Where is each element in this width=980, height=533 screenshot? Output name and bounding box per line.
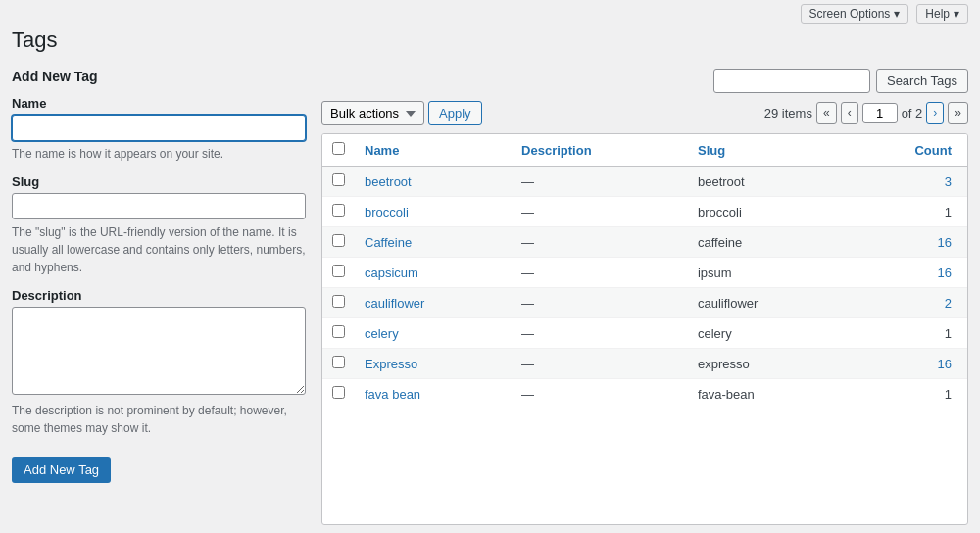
slug-label: Slug [12,174,306,189]
description-label: Description [12,288,306,303]
th-name[interactable]: Name [355,134,512,167]
row-checkbox[interactable] [332,386,345,399]
tag-name-link[interactable]: Expresso [365,357,417,371]
row-checkbox[interactable] [332,204,345,217]
chevron-down-icon: ▾ [954,7,959,21]
tag-description: — [512,349,688,379]
table-row: beetroot—beetroot3 [322,167,967,197]
search-tags-button[interactable]: Search Tags [876,69,968,93]
th-checkbox [322,134,355,167]
name-input[interactable] [12,115,306,141]
screen-options-button[interactable]: Screen Options ▾ [801,4,909,24]
select-all-checkbox[interactable] [332,142,345,155]
table-row: broccoli—broccoli1 [322,197,967,227]
tag-name-link[interactable]: beetroot [365,174,412,189]
items-count: 29 items [764,106,812,121]
description-hint: The description is not prominent by defa… [12,402,306,437]
name-label: Name [12,96,306,111]
tag-name-link[interactable]: celery [365,326,399,341]
tag-description: — [512,318,688,349]
tag-description: — [512,167,688,197]
toolbar: Bulk actions Apply 29 items « ‹ of 2 › » [321,101,968,125]
tag-count: 1 [845,379,967,410]
tag-name-link[interactable]: broccoli [365,205,409,219]
last-page-button[interactable]: » [948,102,968,124]
description-textarea[interactable] [12,307,306,395]
name-field-group: Name The name is how it appears on your … [12,96,306,163]
slug-hint: The "slug" is the URL-friendly version o… [12,223,306,276]
tag-slug: expresso [688,349,845,379]
tag-slug: celery [688,318,845,349]
tag-count[interactable]: 16 [845,349,967,379]
pagination: 29 items « ‹ of 2 › » [764,102,968,124]
bulk-actions-select[interactable]: Bulk actions [321,101,424,125]
name-hint: The name is how it appears on your site. [12,145,306,163]
help-label: Help [925,7,950,21]
chevron-down-icon: ▾ [894,7,900,21]
tag-count[interactable]: 16 [845,258,967,288]
row-checkbox[interactable] [332,325,345,338]
slug-input[interactable] [12,193,306,219]
tag-slug: beetroot [688,167,845,197]
add-new-tag-panel: Add New Tag Name The name is how it appe… [12,69,306,525]
description-field-group: Description The description is not promi… [12,288,306,437]
tags-table: Name Description Slug Count beetroot—bee… [322,134,967,409]
help-button[interactable]: Help ▾ [916,4,968,24]
tag-name-link[interactable]: capsicum [365,266,418,280]
tags-table-container: Name Description Slug Count beetroot—bee… [321,133,968,525]
tag-slug: caffeine [688,227,845,258]
page-number-input[interactable] [862,103,898,123]
next-page-button[interactable]: › [926,102,944,124]
page-title: Tags [0,27,980,53]
tag-slug: cauliflower [688,288,845,318]
tag-slug: ipsum [688,258,845,288]
tag-count[interactable]: 2 [845,288,967,318]
tag-count: 1 [845,197,967,227]
prev-page-button[interactable]: ‹ [841,102,858,124]
tag-count: 1 [845,318,967,349]
tag-count[interactable]: 16 [845,227,967,258]
tag-slug: broccoli [688,197,845,227]
tag-description: — [512,227,688,258]
th-count[interactable]: Count [845,134,967,167]
tag-name-link[interactable]: cauliflower [365,296,424,311]
th-description[interactable]: Description [512,134,688,167]
table-row: capsicum—ipsum16 [322,258,967,288]
row-checkbox[interactable] [332,265,345,277]
tag-description: — [512,288,688,318]
table-row: fava bean—fava-bean1 [322,379,967,410]
table-row: cauliflower—cauliflower2 [322,288,967,318]
table-row: Caffeine—caffeine16 [322,227,967,258]
apply-button[interactable]: Apply [428,101,482,125]
row-checkbox[interactable] [332,356,345,368]
row-checkbox[interactable] [332,173,345,186]
search-input[interactable] [713,69,870,93]
slug-field-group: Slug The "slug" is the URL-friendly vers… [12,174,306,276]
search-bar: Search Tags [321,69,968,93]
tag-description: — [512,197,688,227]
table-row: celery—celery1 [322,318,967,349]
screen-options-label: Screen Options [809,7,891,21]
tag-name-link[interactable]: Caffeine [365,235,412,250]
th-slug[interactable]: Slug [688,134,845,167]
toolbar-left: Bulk actions Apply [321,101,482,125]
first-page-button[interactable]: « [816,102,837,124]
page-of: of 2 [902,106,923,121]
tag-count[interactable]: 3 [845,167,967,197]
tag-slug: fava-bean [688,379,845,410]
tags-table-panel: Search Tags Bulk actions Apply 29 items … [321,69,968,525]
add-new-tag-button[interactable]: Add New Tag [12,457,111,483]
table-header-row: Name Description Slug Count [322,134,967,167]
tag-description: — [512,258,688,288]
add-new-tag-title: Add New Tag [12,69,306,84]
tag-description: — [512,379,688,410]
row-checkbox[interactable] [332,234,345,247]
row-checkbox[interactable] [332,295,345,308]
tag-name-link[interactable]: fava bean [365,387,420,402]
table-row: Expresso—expresso16 [322,349,967,379]
